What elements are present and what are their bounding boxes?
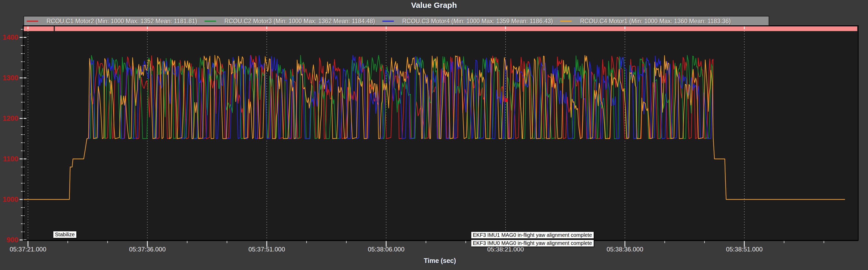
mode-band-tick [624,26,625,29]
x-tick-label: 05:37:51.000 [248,246,285,253]
x-tick-label: 05:37:36.000 [129,246,165,253]
event-annotation-ekf-imu1: EKF3 IMU1 MAG0 in-flight yaw alignment c… [471,232,594,239]
x-tick-label: 05:38:21.000 [487,246,524,253]
mode-band-tick [386,26,386,29]
mode-annotation-stabilize: Stabilize [53,231,76,238]
mode-band-tick [147,26,148,29]
value-graph-window: { "chart_data": { "type": "line", "title… [0,0,868,270]
mode-band-tick [266,26,267,29]
mode-band-tick [505,26,506,29]
event-annotation-ekf-imu0: EKF3 IMU0 MAG0 in-flight yaw alignment c… [471,240,594,247]
y-tick-label: 1300 [3,74,18,82]
mode-band-tick [744,26,745,29]
x-tick-label: 05:38:36.000 [607,246,643,253]
x-tick-label: 05:38:06.000 [368,246,404,253]
x-tick-label: 05:37:21.000 [10,246,46,253]
event-marker [505,98,507,102]
y-tick-label: 1100 [3,155,18,163]
y-tick-label: 1400 [3,33,18,41]
mode-band-segment [55,26,857,31]
y-tick-label: 1200 [3,114,18,122]
y-tick-label: 1000 [3,196,18,203]
mode-band-tick [28,26,29,29]
value-graph-canvas[interactable]: 05:37:21.00005:37:36.00005:37:51.00005:3… [0,0,868,270]
x-tick-label: 05:38:51.000 [726,246,763,253]
x-axis-title: Time (sec) [401,257,479,265]
y-tick-label: 900 [6,236,18,244]
